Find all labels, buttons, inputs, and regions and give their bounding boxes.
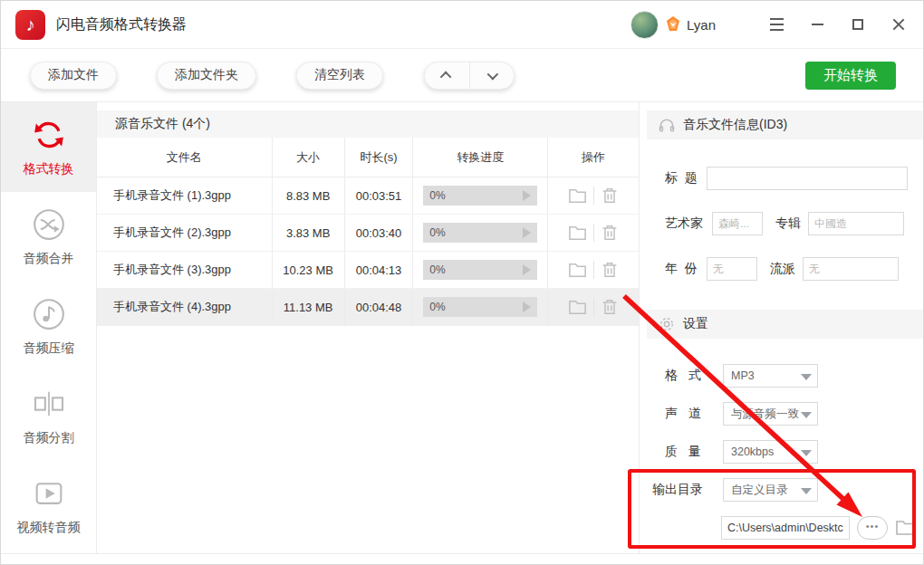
channel-value: 与源音频一致	[731, 407, 799, 422]
delete-file-button[interactable]	[594, 223, 625, 243]
file-name: 手机录音文件 (3).3gpp	[97, 252, 273, 288]
channel-select[interactable]: 与源音频一致	[723, 402, 818, 426]
vip-badge-icon	[664, 15, 682, 34]
artist-input[interactable]	[712, 212, 763, 235]
play-icon[interactable]	[523, 190, 531, 201]
id3-section-title: 音乐文件信息(ID3)	[683, 117, 787, 133]
trash-icon	[600, 186, 620, 206]
progress-value: 0%	[429, 263, 445, 276]
folder-icon	[894, 517, 916, 539]
app-window: ♪ 闪电音频格式转换器 Lyan 添加文件 添加文件夹 清空列表 开始转换	[0, 0, 924, 565]
progress-value: 0%	[429, 189, 445, 202]
file-size: 3.83 MB	[273, 215, 345, 251]
gear-icon	[658, 315, 676, 333]
album-input[interactable]	[808, 212, 904, 235]
open-folder-button[interactable]	[563, 223, 593, 244]
table-row[interactable]: 手机录音文件 (3).3gpp 10.23 MB 00:04:13 0%	[97, 252, 639, 289]
progress-bar: 0%	[423, 186, 537, 206]
play-icon[interactable]	[523, 264, 531, 275]
add-file-button[interactable]: 添加文件	[30, 62, 117, 90]
maximize-button[interactable]	[850, 16, 866, 33]
music-note-icon	[31, 296, 67, 332]
col-size: 大小	[273, 138, 345, 177]
folder-icon	[567, 186, 588, 206]
move-up-button[interactable]	[425, 62, 470, 89]
delete-file-button[interactable]	[594, 260, 625, 280]
add-folder-button[interactable]: 添加文件夹	[157, 62, 256, 90]
open-folder-button[interactable]	[563, 260, 593, 281]
move-down-button[interactable]	[470, 62, 515, 89]
browse-button[interactable]: •••	[857, 516, 888, 540]
year-label: 年 份	[665, 261, 698, 277]
table-row[interactable]: 手机录音文件 (2).3gpp 3.83 MB 00:03:40 0%	[97, 215, 639, 252]
file-table: 源音乐文件 (4个) 文件名 大小 时长(s) 转换进度 操作 手机录音文件 (…	[97, 102, 639, 553]
song-title-input[interactable]	[707, 167, 908, 190]
operation-cell	[548, 289, 639, 325]
minimize-button[interactable]	[809, 16, 825, 33]
file-size: 8.83 MB	[273, 177, 345, 214]
genre-input[interactable]	[803, 257, 899, 281]
format-label: 格 式	[665, 368, 717, 384]
open-folder-button[interactable]	[563, 186, 593, 206]
user-avatar[interactable]	[630, 11, 659, 39]
folder-icon	[567, 297, 588, 318]
file-duration: 00:04:48	[345, 289, 414, 325]
year-input[interactable]	[707, 257, 757, 281]
settings-section-header: 设置	[647, 310, 923, 339]
progress-bar: 0%	[423, 297, 537, 317]
col-filename: 文件名	[97, 138, 273, 177]
bottom-strip	[1, 553, 923, 565]
play-icon[interactable]	[523, 302, 531, 312]
play-icon[interactable]	[523, 227, 531, 238]
folder-icon	[567, 260, 588, 281]
file-duration: 00:03:40	[345, 215, 414, 251]
close-button[interactable]	[890, 16, 907, 33]
file-duration: 00:04:13	[345, 252, 414, 288]
chevron-up-icon	[439, 71, 451, 82]
start-convert-button[interactable]: 开始转换	[805, 62, 896, 90]
progress-value: 0%	[429, 301, 445, 313]
table-row[interactable]: 手机录音文件 (1).3gpp 8.83 MB 00:03:51 0%	[97, 177, 639, 215]
file-size: 11.13 MB	[273, 289, 345, 325]
music-note-glyph: ♪	[26, 14, 35, 35]
col-duration: 时长(s)	[345, 138, 414, 177]
progress-cell: 0%	[413, 215, 548, 251]
clear-list-button[interactable]: 清空列表	[296, 62, 383, 90]
sidebar-item-video-to-audio[interactable]: 视频转音频	[1, 461, 96, 551]
sidebar-item-label: 视频转音频	[17, 520, 81, 536]
progress-value: 0%	[429, 226, 445, 239]
sidebar-item-audio-compress[interactable]: 音频压缩	[1, 282, 96, 371]
video-icon	[31, 475, 67, 512]
progress-cell: 0%	[413, 289, 548, 325]
sidebar-item-label: 音频分割	[24, 430, 74, 446]
quality-select[interactable]: 320kbps	[723, 440, 818, 464]
delete-file-button[interactable]	[594, 186, 625, 206]
format-select[interactable]: MP3	[723, 364, 818, 388]
sidebar-item-audio-split[interactable]: 音频分割	[1, 371, 96, 461]
output-mode-select[interactable]: 自定义目录	[723, 478, 818, 502]
caret-down-icon	[801, 450, 812, 456]
caret-down-icon	[801, 374, 812, 380]
sidebar-item-audio-merge[interactable]: 音频合并	[1, 192, 96, 282]
username-label[interactable]: Lyan	[687, 17, 716, 33]
id3-section-header: 音乐文件信息(ID3)	[647, 110, 923, 139]
menu-icon[interactable]	[768, 16, 784, 33]
open-folder-button[interactable]	[563, 297, 593, 318]
output-path-input[interactable]	[721, 516, 850, 540]
genre-label: 流派	[770, 261, 795, 277]
sidebar-item-label: 格式转换	[24, 161, 74, 177]
folder-icon	[567, 223, 588, 244]
sidebar-item-label: 音频合并	[24, 251, 74, 267]
progress-bar: 0%	[423, 223, 537, 243]
titlebar: ♪ 闪电音频格式转换器 Lyan	[1, 1, 923, 49]
right-panel: 音乐文件信息(ID3) 标 题 艺术家 专辑 年 份 流派 设置	[639, 102, 923, 553]
operation-cell	[548, 177, 639, 214]
delete-file-button[interactable]	[594, 297, 625, 317]
file-name: 手机录音文件 (2).3gpp	[97, 215, 273, 251]
open-output-folder-button[interactable]	[891, 517, 919, 539]
table-row[interactable]: 手机录音文件 (4).3gpp 11.13 MB 00:04:48 0%	[97, 289, 639, 326]
song-title-label: 标 题	[665, 170, 698, 187]
sidebar-item-format-convert[interactable]: 格式转换	[1, 102, 96, 192]
operation-cell	[548, 215, 639, 251]
trash-icon	[600, 297, 620, 317]
